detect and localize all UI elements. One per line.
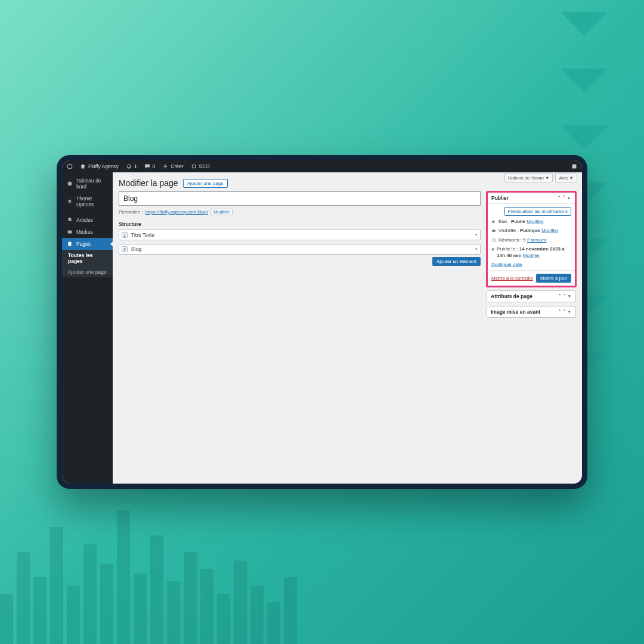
trash-link[interactable]: Mettre à la corbeille — [491, 275, 533, 281]
chevron-up-icon[interactable]: ˄ — [558, 294, 562, 299]
browse-revisions-link[interactable]: Parcourir — [527, 237, 546, 243]
permalink-url[interactable]: https://fluffy-agency.com/blog/ — [145, 209, 208, 215]
update-button[interactable]: Mettre à jour — [536, 274, 571, 283]
admin-bar: Fluffy Agency 1 0 Créer SEO — [62, 160, 582, 172]
screen-meta-links: Options de l'écran ▼ Aide ▼ — [504, 174, 577, 182]
content-block[interactable]: 2 Blog ▾ — [119, 244, 481, 255]
caret-up-icon[interactable]: ▴ — [566, 196, 571, 200]
history-icon — [491, 238, 496, 243]
content-block[interactable]: 1 Titre Texte ▾ — [119, 230, 481, 240]
page-heading: Modifier la page — [119, 178, 178, 188]
admin-updates[interactable]: 1 — [126, 163, 137, 169]
svg-point-8 — [192, 165, 196, 168]
duplicate-link[interactable]: Dupliquer cela — [491, 262, 571, 267]
sidebar-submenu-pages: Toutes les pages Ajouter une page — [62, 250, 113, 277]
pin-icon — [491, 219, 496, 224]
admin-site-name: Fluffy Agency — [88, 163, 119, 169]
chevron-down-icon: ▾ — [475, 247, 478, 252]
svg-point-14 — [492, 239, 496, 242]
eye-icon — [491, 228, 496, 233]
chevron-down-icon[interactable]: ˅ — [562, 294, 567, 299]
featured-image-box: Image mise en avant ˄ ˅ ▾ — [487, 306, 576, 318]
svg-point-10 — [68, 182, 72, 186]
calendar-icon — [491, 247, 494, 252]
svg-marker-0 — [561, 12, 608, 36]
svg-point-13 — [492, 230, 496, 232]
submenu-all-pages[interactable]: Toutes les pages — [62, 250, 113, 267]
admin-new[interactable]: Créer — [162, 163, 183, 169]
caret-down-icon[interactable]: ▾ — [567, 309, 572, 314]
chevron-down-icon[interactable]: ˅ — [562, 196, 566, 200]
admin-site-link[interactable]: Fluffy Agency — [80, 163, 119, 169]
window-frame: Fluffy Agency 1 0 Créer SEO — [57, 155, 587, 489]
edit-date-link[interactable]: Modifier — [523, 253, 540, 258]
decoration-bars — [0, 477, 358, 644]
admin-seo[interactable]: SEO — [191, 163, 210, 169]
svg-rect-12 — [69, 242, 72, 246]
svg-marker-2 — [561, 125, 608, 149]
chevron-up-icon[interactable]: ˄ — [557, 196, 562, 200]
admin-profile-icon[interactable] — [571, 163, 577, 169]
admin-sidebar: Tableau de bord Theme Options Articles M… — [62, 172, 113, 484]
svg-point-7 — [67, 164, 72, 169]
main-column: Permalien : https://fluffy-agency.com/bl… — [119, 191, 481, 478]
screen: Fluffy Agency 1 0 Créer SEO — [62, 160, 582, 484]
publish-box-title: Publier — [491, 195, 509, 201]
structure-heading: Structure — [119, 221, 481, 227]
preview-changes-button[interactable]: Prévisualiser les modifications — [504, 207, 571, 216]
help-tab[interactable]: Aide ▼ — [555, 174, 577, 182]
chevron-up-icon[interactable]: ˄ — [558, 309, 562, 314]
svg-rect-15 — [492, 249, 494, 250]
side-column: Publier ˄ ˅ ▴ Prévisualiser les modifica… — [487, 191, 576, 478]
wordpress-icon[interactable] — [67, 163, 73, 169]
sidebar-item-theme-options[interactable]: Theme Options — [62, 193, 113, 210]
sidebar-item-posts[interactable]: Articles — [62, 214, 113, 226]
page-attributes-box: Attributs de page ˄ ˅ ▾ — [487, 290, 576, 302]
screen-options-tab[interactable]: Options de l'écran ▼ — [504, 174, 553, 182]
svg-marker-1 — [561, 69, 608, 92]
permalink-label: Permalien : — [119, 209, 143, 215]
svg-rect-11 — [68, 231, 72, 234]
edit-visibility-link[interactable]: Modifier — [541, 228, 558, 233]
chevron-down-icon[interactable]: ˅ — [562, 309, 567, 314]
publish-box: Publier ˄ ˅ ▴ Prévisualiser les modifica… — [487, 191, 576, 287]
caret-down-icon[interactable]: ▾ — [567, 294, 572, 299]
page-title-input[interactable] — [119, 191, 481, 206]
sidebar-item-media[interactable]: Médias — [62, 226, 113, 238]
permalink-edit-button[interactable]: Modifier — [210, 209, 233, 215]
permalink-row: Permalien : https://fluffy-agency.com/bl… — [119, 209, 481, 215]
add-page-button[interactable]: Ajouter une page — [183, 179, 228, 188]
content-area: Options de l'écran ▼ Aide ▼ Modifier la … — [113, 172, 582, 484]
sidebar-item-pages[interactable]: Pages — [62, 238, 113, 250]
add-element-button[interactable]: Ajouter un élément — [432, 257, 481, 266]
submenu-add-page[interactable]: Ajouter une page — [62, 267, 113, 277]
admin-comments[interactable]: 0 — [144, 163, 156, 169]
sidebar-item-dashboard[interactable]: Tableau de bord — [62, 175, 113, 193]
edit-state-link[interactable]: Modifier — [527, 219, 543, 224]
svg-rect-9 — [572, 165, 577, 169]
chevron-down-icon: ▾ — [475, 233, 478, 237]
